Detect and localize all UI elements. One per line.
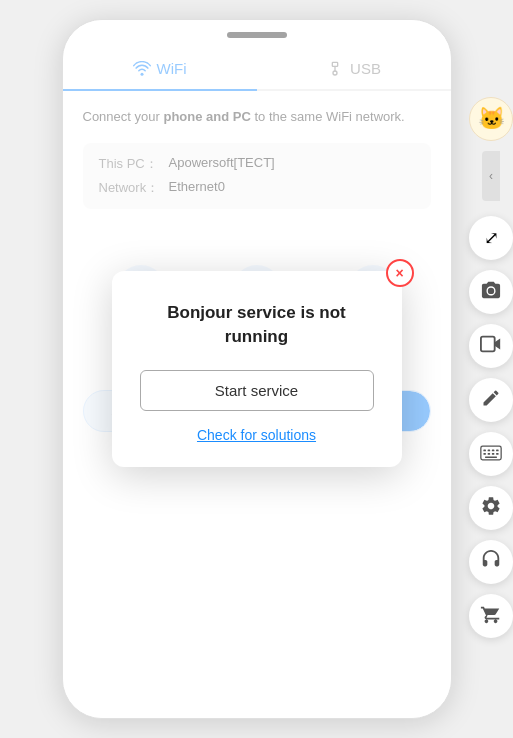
svg-rect-10 — [492, 453, 495, 455]
pen-button[interactable] — [469, 378, 513, 422]
modal-box: × Bonjour service is not running Start s… — [112, 271, 402, 468]
collapse-icon: ‹ — [489, 169, 493, 183]
video-icon — [480, 335, 502, 358]
right-sidebar: 🐱 ‹ ⤢ — [469, 97, 513, 641]
keyboard-icon — [480, 443, 502, 466]
camera-icon — [480, 280, 502, 305]
modal-title: Bonjour service is not running — [140, 301, 374, 349]
modal-close-button[interactable]: × — [386, 259, 414, 287]
svg-rect-7 — [496, 449, 499, 451]
cart-button[interactable] — [469, 594, 513, 638]
settings-icon — [480, 495, 502, 522]
video-button[interactable] — [469, 324, 513, 368]
check-solutions-link[interactable]: Check for solutions — [140, 427, 374, 443]
cart-icon — [480, 603, 502, 630]
avatar[interactable]: 🐱 — [469, 97, 513, 141]
screenshot-button[interactable] — [469, 270, 513, 314]
keyboard-button[interactable] — [469, 432, 513, 476]
svg-rect-8 — [483, 453, 486, 455]
outer-wrapper: WiFi USB Connect your phone and PC to th… — [0, 0, 513, 738]
headset-button[interactable] — [469, 540, 513, 584]
svg-rect-9 — [488, 453, 491, 455]
svg-rect-5 — [488, 449, 491, 451]
svg-rect-4 — [483, 449, 486, 451]
start-service-button[interactable]: Start service — [140, 370, 374, 411]
expand-icon: ⤢ — [484, 227, 499, 249]
svg-rect-11 — [496, 453, 499, 455]
phone-frame: WiFi USB Connect your phone and PC to th… — [62, 19, 452, 719]
svg-rect-6 — [492, 449, 495, 451]
headset-icon — [480, 549, 502, 576]
svg-rect-2 — [481, 336, 495, 351]
svg-rect-12 — [485, 456, 497, 458]
pen-icon — [481, 388, 501, 413]
settings-button[interactable] — [469, 486, 513, 530]
expand-button[interactable]: ⤢ — [469, 216, 513, 260]
modal-overlay: × Bonjour service is not running Start s… — [63, 20, 451, 718]
collapse-button[interactable]: ‹ — [482, 151, 500, 201]
